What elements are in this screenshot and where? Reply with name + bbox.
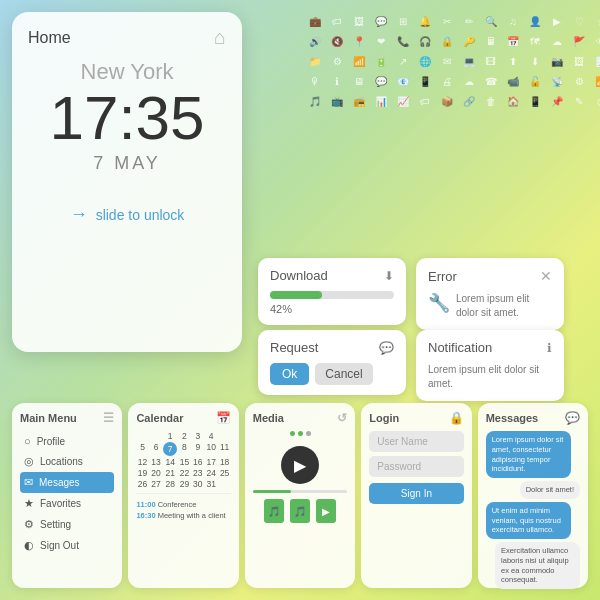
icon-phone3: 📱 bbox=[526, 92, 544, 110]
password-field[interactable]: Password bbox=[369, 456, 463, 477]
menu-item-locations[interactable]: ◎ Locations bbox=[20, 451, 114, 472]
icon-edit: ✎ bbox=[570, 92, 588, 110]
cal-day: 25 bbox=[218, 468, 230, 478]
media-icon: ↺ bbox=[337, 411, 347, 425]
ok-button[interactable]: Ok bbox=[270, 363, 309, 385]
menu-item-profile[interactable]: ○ Profile bbox=[20, 431, 114, 451]
home-label: Home bbox=[28, 29, 71, 47]
message-list: Lorem ipsum dolor sit amet, consectetur … bbox=[486, 431, 580, 592]
cancel-button[interactable]: Cancel bbox=[315, 363, 372, 385]
icon-mute: 🔇 bbox=[328, 32, 346, 50]
login-widget: Login 🔒 User Name Password Sign In bbox=[361, 403, 471, 588]
icon-eye: 👁 bbox=[592, 32, 600, 50]
icon-battery: 🔋 bbox=[372, 52, 390, 70]
media-icon-play: ▶ bbox=[316, 499, 336, 523]
icon-laptop: 💻 bbox=[460, 52, 478, 70]
download-panel: Download ⬇ 42% bbox=[258, 258, 406, 325]
cal-day: 18 bbox=[218, 457, 230, 467]
cal-day: 31 bbox=[205, 479, 217, 489]
message-item: Ut enim ad minim veniam, quis nostrud ex… bbox=[486, 502, 571, 539]
city-label: New York bbox=[81, 59, 174, 85]
icon-wifi3: 📶 bbox=[592, 72, 600, 90]
notification-title: Notification bbox=[428, 340, 492, 355]
icon-chart2: 📈 bbox=[394, 92, 412, 110]
icon-up: ⬆ bbox=[504, 52, 522, 70]
notification-panel: Notification ℹ Lorem ipsum elit dolor si… bbox=[416, 330, 564, 401]
icon-music3: 🎵 bbox=[306, 92, 324, 110]
icon-grid: ⊞ bbox=[394, 12, 412, 30]
messages-widget: Messages 💬 Lorem ipsum dolor sit amet, c… bbox=[478, 403, 588, 588]
media-progress-fill bbox=[253, 490, 291, 493]
cal-day: 30 bbox=[192, 479, 204, 489]
slide-to-unlock[interactable]: → slide to unlock bbox=[70, 204, 185, 225]
menu-item-setting[interactable]: ⚙ Setting bbox=[20, 514, 114, 535]
icon-pie: ◑ bbox=[592, 92, 600, 110]
icon-bell: 🔔 bbox=[416, 12, 434, 30]
icon-star2: ☆ bbox=[592, 12, 600, 30]
cal-day: 14 bbox=[163, 457, 177, 467]
cal-day: 22 bbox=[178, 468, 190, 478]
menu-item-messages[interactable]: ✉ Mesages bbox=[20, 472, 114, 493]
menu-item-favorites[interactable]: ★ Favorites bbox=[20, 493, 114, 514]
dot-1 bbox=[290, 431, 295, 436]
cal-day: 10 bbox=[205, 442, 217, 456]
calendar-event-2: 16:30 Meeting with a client bbox=[136, 511, 230, 520]
request-icon: 💬 bbox=[379, 341, 394, 355]
icon-phone: 📞 bbox=[394, 32, 412, 50]
username-field[interactable]: User Name bbox=[369, 431, 463, 452]
signout-icon: ◐ bbox=[24, 539, 34, 552]
cal-day: 23 bbox=[192, 468, 204, 478]
icon-film: 🎞 bbox=[482, 52, 500, 70]
icon-share: ↗ bbox=[394, 52, 412, 70]
icon-chat: 💬 bbox=[372, 12, 390, 30]
icon-chat2: 💬 bbox=[372, 72, 390, 90]
cal-day: 11 bbox=[218, 442, 230, 456]
icon-link: 🔗 bbox=[460, 92, 478, 110]
lock-icon: 🔒 bbox=[449, 411, 464, 425]
icon-mail: ✉ bbox=[438, 52, 456, 70]
message-item: Lorem ipsum dolor sit amet, consectetur … bbox=[486, 431, 571, 478]
icon-search2: 🔍 bbox=[482, 12, 500, 30]
icon-key: 🔑 bbox=[460, 32, 478, 50]
info-icon: ℹ bbox=[547, 341, 552, 355]
menu-icon: ☰ bbox=[103, 411, 114, 425]
icon-music2: ♫ bbox=[504, 12, 522, 30]
dot-2 bbox=[298, 431, 303, 436]
cal-day: 26 bbox=[136, 479, 148, 489]
time-display: 17:35 bbox=[49, 87, 204, 149]
icon-heart3: ❤ bbox=[372, 32, 390, 50]
icon-mic: 🎙 bbox=[306, 72, 324, 90]
calendar-icon: 📅 bbox=[216, 411, 231, 425]
icon-play2: ▶ bbox=[548, 12, 566, 30]
notification-header: Notification ℹ bbox=[428, 340, 552, 355]
login-title: Login 🔒 bbox=[369, 411, 463, 425]
icon-heart2: ♡ bbox=[570, 12, 588, 30]
error-body: 🔧 Lorem ipsum elit dolor sit amet. bbox=[428, 292, 552, 320]
play-button[interactable]: ▶ bbox=[281, 446, 319, 484]
calendar-widget: Calendar 📅 1 2 3 4 5 6 7 8 9 10 11 12 13… bbox=[128, 403, 238, 588]
download-header: Download ⬇ bbox=[270, 268, 394, 283]
sign-in-button[interactable]: Sign In bbox=[369, 483, 463, 504]
cal-day: 27 bbox=[150, 479, 162, 489]
icon-calc: 🖩 bbox=[482, 32, 500, 50]
icon-user2: 👤 bbox=[526, 12, 544, 30]
cal-day bbox=[136, 431, 148, 441]
menu-item-signout[interactable]: ◐ Sign Out bbox=[20, 535, 114, 556]
icon-info: ℹ bbox=[328, 72, 346, 90]
main-menu-title: Main Menu ☰ bbox=[20, 411, 114, 425]
icon-folder: 📁 bbox=[306, 52, 324, 70]
media-dots bbox=[253, 431, 347, 436]
icon-phone2: ☎ bbox=[482, 72, 500, 90]
icon-wifi: 📶 bbox=[350, 52, 368, 70]
close-icon[interactable]: ✕ bbox=[540, 268, 552, 284]
icon-box: 📦 bbox=[438, 92, 456, 110]
icon-down: ⬇ bbox=[526, 52, 544, 70]
icon-photo: 🖼 bbox=[570, 52, 588, 70]
cal-day: 17 bbox=[205, 457, 217, 467]
cal-day: 6 bbox=[150, 442, 162, 456]
icon-pencil: ✏ bbox=[460, 12, 478, 30]
icon-cloud: ☁ bbox=[548, 32, 566, 50]
progress-percent: 42% bbox=[270, 303, 394, 315]
icons-grid: 💼 🏷 🖼 💬 ⊞ 🔔 ✂ ✏ 🔍 ♫ 👤 ▶ ♡ ☆ 🔊 🔇 📍 ❤ 📞 🎧 … bbox=[302, 8, 592, 114]
request-buttons: Ok Cancel bbox=[270, 363, 394, 385]
